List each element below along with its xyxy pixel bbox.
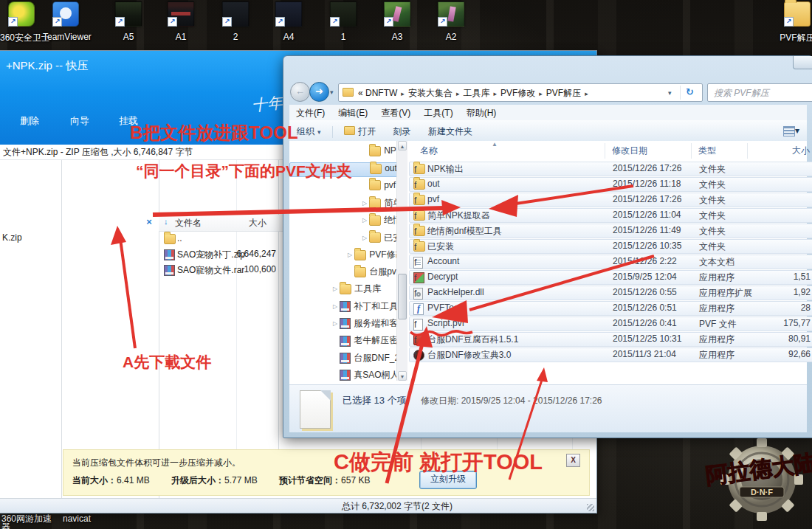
desktop-shortcut-label[interactable]: 器 [1, 521, 46, 529]
tree-item[interactable]: ▷服务端和客 [289, 317, 400, 332]
tree-item[interactable]: ▷真SAO桐人 [289, 369, 400, 384]
file-name: 已安装 [427, 241, 454, 253]
file-type: 应用程序 [699, 302, 734, 315]
current-size-value: 6.41 MB [117, 475, 150, 485]
expand-arrow-icon[interactable]: ▷ [362, 200, 367, 207]
file-row-selected[interactable]: f 简单NPK提取器 2015/12/26 11:04 文件夹 [409, 208, 812, 223]
kuaiya-archive-tab[interactable]: K.zip [2, 232, 22, 243]
file-row-selected[interactable]: f 台服DNF豆腐百科1.5.1 2015/12/25 10:31 应用程序 8… [409, 332, 812, 347]
tree-item[interactable]: ▷绝情 [289, 214, 400, 229]
file-name: PVFTool [427, 302, 461, 313]
tree-item[interactable]: ▷已安 [289, 232, 400, 246]
column-header-name[interactable]: 名称 [420, 145, 438, 157]
column-header-filename[interactable]: 文件名 [175, 217, 202, 229]
menu-item[interactable]: 编辑(E) [331, 105, 374, 120]
file-date-modified: 2015/9/25 12:04 [613, 272, 677, 282]
recent-pages-dropdown-icon[interactable]: ▾ [330, 89, 334, 96]
column-header-size[interactable]: 大小 [249, 217, 266, 229]
menu-item[interactable]: 查看(V) [374, 105, 417, 120]
desktop-shortcut[interactable]: ↗ A3 [373, 1, 422, 41]
sort-ascending-icon: ▲ [492, 141, 498, 148]
expand-arrow-icon[interactable]: ▷ [333, 286, 337, 292]
file-row-selected[interactable]: f 绝情阁dnf模型工具 2015/12/26 11:49 文件夹 [409, 224, 812, 238]
kuaiya-toolbar-button[interactable]: 向导 [61, 85, 99, 128]
open-button[interactable]: 打开 [337, 120, 383, 138]
shortcut-label: 1 [319, 32, 368, 42]
column-header-type[interactable]: 类型 [698, 145, 716, 157]
tree-item[interactable]: ▷简单 [289, 197, 400, 212]
file-row-selected[interactable]: f pvf 2015/12/26 17:26 文件夹 [409, 193, 812, 207]
desktop-shortcut[interactable]: ↗ A5 [103, 1, 154, 41]
tree-item[interactable]: ▷补丁和工具 [289, 300, 400, 315]
file-row-selected[interactable]: f NPK输出 2015/12/26 17:26 文件夹 [409, 162, 812, 176]
desktop-shortcut[interactable]: ↗ 2 [211, 1, 260, 41]
expand-arrow-icon[interactable]: ▷ [333, 320, 337, 327]
refresh-icon[interactable]: ↻ [686, 86, 694, 97]
breadcrumb-item[interactable]: PVF修改▸ [500, 88, 546, 98]
file-row-selected[interactable]: f PVFTool 2015/12/26 0:51 应用程序 28 [409, 301, 812, 316]
close-panel-icon[interactable]: × [143, 216, 155, 228]
back-button[interactable]: ← [290, 82, 310, 102]
desktop-shortcut-label[interactable]: navicat [63, 514, 101, 524]
shortcut-thumbnail: ↗ [438, 1, 464, 27]
address-bar[interactable]: « DNFTW▸安装大集合▸工具库▸PVF修改▸PVF解压▸ ▾ ↻ [338, 83, 703, 102]
notice-close-button[interactable]: X [566, 454, 580, 467]
tree-item[interactable]: ▷老牛解压密 [289, 334, 400, 349]
breadcrumb-item[interactable]: DNFTW▸ [365, 88, 408, 98]
desktop-shortcut[interactable]: ↗ PVF解压 [778, 1, 812, 41]
file-row-selected[interactable]: f 已安装 2015/12/26 10:35 文件夹 [409, 239, 812, 254]
list-column-headers[interactable]: 名称 ▲ 修改日期 类型 大小 [409, 143, 812, 159]
breadcrumb-separator-icon: ▸ [489, 90, 500, 97]
tree-scrollbar[interactable]: ▲ ▼ [396, 141, 407, 381]
file-name: pvf [427, 194, 439, 204]
file-row-selected[interactable]: f Script.pvf 2015/12/26 0:41 PVF 文件 175,… [409, 317, 812, 331]
desktop-shortcut[interactable]: ↗ 360安全卫士 [0, 1, 43, 41]
tree-item[interactable]: ▷pvf [289, 180, 400, 195]
desktop-shortcut[interactable]: ↗ 1 [319, 1, 368, 41]
expand-arrow-icon[interactable]: ▷ [362, 235, 367, 241]
file-type: 文件夹 [699, 210, 726, 222]
scroll-down-icon[interactable]: ▼ [398, 371, 407, 381]
change-view-button[interactable]: ▾ [783, 125, 799, 136]
menu-item[interactable]: 帮助(H) [460, 105, 503, 120]
desktop-shortcut[interactable]: ↗ TeamViewer [43, 1, 89, 41]
desktop-shortcut[interactable]: ↗ A2 [427, 1, 475, 41]
address-dropdown-icon[interactable]: ▾ [668, 89, 672, 97]
resize-grip[interactable] [587, 504, 594, 511]
burn-button[interactable]: 刻录 [386, 120, 419, 138]
minimize-button[interactable] [793, 56, 812, 69]
breadcrumb-item[interactable]: PVF解压▸ [546, 88, 592, 98]
file-row-selected[interactable]: f 台服DNF修改宝典3.0 2015/11/3 21:04 应用程序 92,6… [409, 348, 812, 362]
file-row-selected[interactable]: f out 2015/12/26 11:18 文件夹 [409, 177, 812, 192]
desktop-shortcut[interactable]: ↗ A1 [156, 1, 205, 41]
divider [332, 126, 333, 138]
expand-arrow-icon[interactable]: ▷ [348, 252, 352, 258]
scrollbar-thumb[interactable] [398, 274, 407, 319]
explorer-window: ← ➜ ▾ « DNFTW▸安装大集合▸工具库▸PVF修改▸PVF解压▸ ▾ ↻… [283, 55, 812, 438]
menu-item[interactable]: 工具(T) [417, 105, 459, 120]
file-row-selected[interactable]: f Account 2015/12/26 2:22 文本文档 [409, 255, 812, 269]
tree-item[interactable]: ▷NPK [289, 145, 400, 160]
tree-item[interactable]: ▷台服DNF_2 [289, 352, 400, 367]
file-row-selected[interactable]: f Decrypt 2015/9/25 12:04 应用程序 1,51 [409, 270, 812, 285]
menu-item[interactable]: 文件(F) [289, 105, 331, 120]
kuaiya-toolbar-button[interactable]: 删除 [10, 85, 49, 128]
breadcrumb-separator-icon: ▸ [581, 90, 592, 97]
breadcrumb-item[interactable]: 安装大集合▸ [408, 88, 464, 98]
search-box[interactable]: 搜索 PVF解压 [707, 83, 812, 102]
forward-button[interactable]: ➜ [309, 82, 329, 102]
tree-item[interactable]: ▷工具库 [289, 283, 400, 297]
breadcrumb-item[interactable]: 工具库▸ [463, 88, 500, 98]
new-folder-button[interactable]: 新建文件夹 [421, 120, 480, 138]
tree-item[interactable]: ▷台服pv [289, 266, 400, 280]
column-header-date[interactable]: 修改日期 [612, 145, 647, 157]
expand-arrow-icon[interactable]: ▷ [362, 217, 367, 224]
scroll-up-icon[interactable]: ▲ [398, 141, 407, 151]
file-row-selected[interactable]: f PackHelper.dll 2015/12/26 0:55 应用程序扩展 … [409, 286, 812, 300]
desktop-shortcut[interactable]: ↗ A4 [264, 1, 313, 41]
expand-arrow-icon[interactable]: ▷ [333, 303, 337, 310]
divider [691, 143, 692, 159]
tree-item[interactable]: ▷PVF修改 [289, 249, 400, 263]
column-header-size[interactable]: 大小 [756, 145, 810, 157]
notice-text: 当前压缩包文件体积可进一步压缩并减小。 [72, 457, 241, 469]
